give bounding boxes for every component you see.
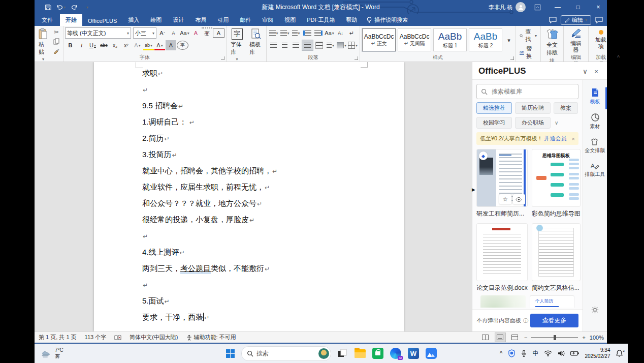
doc-paragraph[interactable]: 要求，干净，西装↵ bbox=[142, 309, 368, 325]
doc-paragraph[interactable]: ↵ bbox=[142, 228, 368, 244]
font-name-combo[interactable]: 等线 (中文正文) ▾ bbox=[65, 27, 131, 39]
superscript-button[interactable]: x² bbox=[121, 40, 132, 50]
tab-design[interactable]: 设计 bbox=[167, 14, 189, 26]
style-normal[interactable]: AaBbCcDc ↵ 正文 bbox=[362, 28, 396, 51]
store-button[interactable] bbox=[371, 347, 384, 360]
weather-widget[interactable]: 7°C 雾 bbox=[35, 347, 63, 359]
tell-me-search[interactable]: 操作说明搜索 bbox=[363, 14, 412, 26]
doc-paragraph[interactable]: 3.投简历↵ bbox=[142, 146, 368, 163]
cloud-app-button[interactable] bbox=[425, 347, 438, 360]
doc-paragraph[interactable]: 两到三天，考公题目类似，不能敷衍↵ bbox=[142, 260, 368, 277]
bold-button[interactable]: B bbox=[65, 40, 76, 50]
show-hide-marks-button[interactable]: ↵ bbox=[346, 28, 357, 38]
account-name[interactable]: 李非凡 杨 bbox=[489, 4, 512, 11]
editing-mode-button[interactable]: 编辑 ▾ bbox=[561, 15, 591, 25]
template-library-button[interactable]: 模板库 bbox=[247, 27, 265, 57]
account-avatar[interactable] bbox=[516, 2, 526, 12]
align-right-button[interactable] bbox=[291, 40, 301, 50]
comments-icon[interactable] bbox=[549, 17, 557, 23]
subscript-button[interactable]: x₂ bbox=[110, 40, 120, 50]
doc-paragraph[interactable]: ↵ bbox=[142, 277, 368, 293]
page-count[interactable]: 第 1 页, 共 1 页 bbox=[39, 334, 77, 341]
italic-button[interactable]: I bbox=[76, 40, 87, 50]
security-shield-icon[interactable] bbox=[508, 349, 516, 357]
cut-button[interactable]: ✂ bbox=[51, 28, 61, 37]
notification-bell-button[interactable]: z bbox=[616, 350, 625, 357]
style-no-spacing[interactable]: AaBbCcDc ↵ 无间隔 bbox=[398, 28, 431, 51]
format-painter-button[interactable] bbox=[51, 46, 61, 55]
line-spacing-button[interactable]: ▾ bbox=[325, 40, 336, 50]
taskbar-search[interactable]: 搜索 bbox=[241, 346, 331, 361]
replace-button[interactable]: ab 替换 bbox=[520, 45, 537, 60]
editor-button[interactable]: 编辑器 bbox=[565, 27, 587, 54]
accessibility-status[interactable]: 辅助功能: 不可用 bbox=[186, 334, 236, 341]
shading-button[interactable]: ▾ bbox=[336, 40, 347, 50]
tab-help[interactable]: 帮助 bbox=[340, 14, 363, 26]
nav-templates[interactable]: 模板 bbox=[583, 88, 607, 104]
partial-template-leaf[interactable] bbox=[480, 295, 526, 308]
hidden-icons-chevron[interactable]: ^ bbox=[500, 350, 503, 357]
search-highlight-image[interactable] bbox=[318, 348, 329, 359]
clock[interactable]: 9:34 2025/02/27 bbox=[585, 347, 610, 360]
banner-close-icon[interactable]: × bbox=[572, 136, 575, 142]
ime-indicator[interactable]: 中 bbox=[532, 349, 538, 358]
zoom-in-button[interactable]: + bbox=[582, 335, 585, 341]
speaker-icon[interactable] bbox=[558, 350, 565, 356]
doc-paragraph[interactable]: 很经常的投递，小复盘，厚脸皮↵ bbox=[142, 211, 368, 228]
grow-font-button[interactable]: Aˆ bbox=[157, 28, 168, 38]
word-app-button[interactable]: W bbox=[407, 347, 420, 360]
nav-assets[interactable]: 素材 bbox=[583, 113, 607, 129]
paste-button[interactable]: 粘贴 ▾ bbox=[36, 27, 50, 63]
find-button[interactable]: 查找 ▾ bbox=[520, 28, 537, 43]
doc-paragraph[interactable]: 9.5 招聘会↵ bbox=[142, 98, 368, 114]
character-border-button[interactable]: A bbox=[213, 28, 224, 38]
template-card-letter[interactable]: 简约文艺风格信... bbox=[532, 223, 581, 295]
text-highlight-button[interactable]: ab▾ bbox=[143, 40, 154, 50]
tab-review[interactable]: 审阅 bbox=[256, 14, 279, 26]
file-explorer-button[interactable] bbox=[353, 347, 367, 360]
copy-button[interactable] bbox=[51, 37, 61, 46]
read-mode-button[interactable] bbox=[480, 333, 491, 342]
font-dialog-launcher[interactable] bbox=[221, 56, 224, 60]
web-layout-button[interactable] bbox=[510, 333, 520, 342]
open-membership-link[interactable]: 开通会员 bbox=[544, 135, 566, 142]
chip-campus[interactable]: 校园学习 bbox=[476, 117, 512, 129]
tab-layout[interactable]: 布局 bbox=[189, 14, 212, 26]
tab-home[interactable]: 开始 bbox=[60, 14, 82, 26]
doc-paragraph[interactable]: 就业中心，招聘会，其他学校的招聘，↵ bbox=[142, 163, 368, 179]
template-card-resume[interactable]: ◆ ☆ bbox=[476, 149, 528, 221]
dismiss-panel-link[interactable]: 不再弹出内容面板 bbox=[476, 317, 521, 324]
chip-resume[interactable]: 简历应聘 bbox=[515, 102, 551, 114]
chip-office[interactable]: 办公职场 bbox=[515, 117, 551, 129]
styles-dialog-launcher[interactable] bbox=[510, 56, 514, 60]
enclose-characters-button[interactable]: 字 bbox=[177, 41, 188, 50]
doc-paragraph[interactable]: 1.调研自己： ↵ bbox=[142, 114, 368, 130]
toc-preview[interactable] bbox=[476, 223, 528, 281]
text-effects-button[interactable]: A▾ bbox=[132, 40, 143, 50]
minimize-button[interactable]: — bbox=[549, 0, 566, 14]
align-center-button[interactable] bbox=[279, 40, 290, 50]
redo-button[interactable] bbox=[68, 2, 80, 13]
nav-full-layout[interactable]: 全文排版 bbox=[583, 138, 607, 153]
style-heading1[interactable]: AaBb 标题 1 bbox=[433, 28, 467, 51]
favorite-button[interactable]: ☆ bbox=[499, 194, 511, 204]
full-text-layout-button[interactable]: 全文排版 bbox=[542, 27, 562, 57]
undo-button[interactable]: ▾ bbox=[55, 2, 67, 13]
language-status[interactable]: 简体中文(中国大陆) bbox=[130, 334, 178, 341]
justify-button[interactable] bbox=[302, 40, 313, 51]
chip-featured[interactable]: 精选推荐 bbox=[476, 102, 512, 114]
panel-chevron-down[interactable]: ∨ bbox=[579, 68, 591, 75]
collapse-ribbon-button[interactable]: ^ bbox=[614, 25, 626, 62]
doc-paragraph[interactable]: 2.简历↵ bbox=[142, 130, 368, 146]
bullets-button[interactable]: ▾ bbox=[268, 28, 279, 38]
strikethrough-button[interactable]: abc bbox=[99, 40, 109, 50]
styles-more-button[interactable]: ▾ bbox=[504, 36, 514, 45]
font-color-button[interactable]: A▾ bbox=[154, 40, 165, 50]
font-size-combo[interactable]: 小三 ▾ bbox=[133, 27, 156, 39]
zoom-out-button[interactable]: − bbox=[524, 335, 527, 341]
document-page[interactable]: 求职↵ ↵ 9.5 招聘会↵ 1.调研自己： ↵ 2.简历↵ 3.投简历↵ 就业… bbox=[94, 62, 404, 331]
resume-preview[interactable]: ◆ ☆ bbox=[476, 149, 528, 207]
shrink-font-button[interactable]: A bbox=[168, 28, 179, 38]
doc-paragraph[interactable]: 4.线上测评↵ bbox=[142, 244, 368, 260]
panel-settings-button[interactable] bbox=[583, 306, 607, 314]
